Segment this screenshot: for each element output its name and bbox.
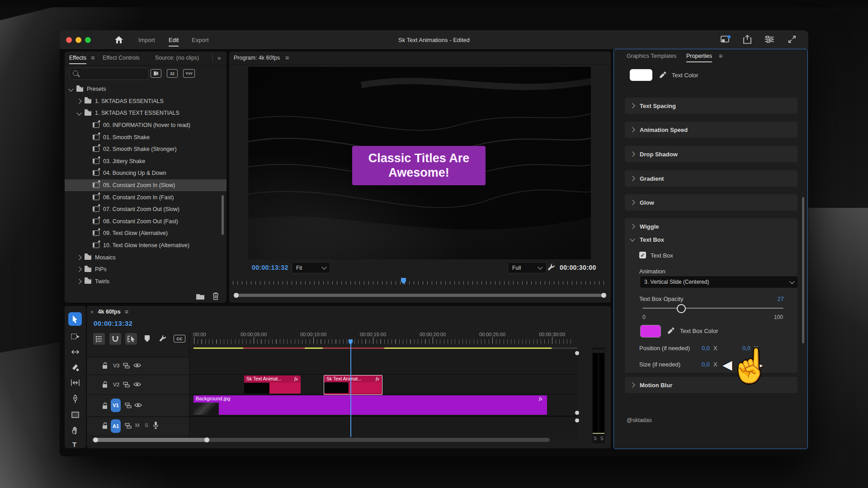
program-scrollbar[interactable]	[236, 294, 604, 297]
zoom-level-select[interactable]: Fit	[292, 262, 330, 273]
track-scroll-handle[interactable]	[575, 411, 579, 415]
opacity-slider-track[interactable]	[642, 308, 783, 309]
track-target-v1[interactable]: V1	[111, 399, 121, 412]
tree-item-text-glow-intense[interactable]: 10. Text Glow Intense (Alternative)	[65, 239, 226, 252]
timeline-display-settings-button[interactable]	[93, 333, 105, 345]
solo-left-label[interactable]: S	[594, 436, 597, 441]
text-color-swatch[interactable]	[630, 69, 652, 81]
section-glow[interactable]: Glow	[625, 194, 797, 211]
rectangle-tool[interactable]	[71, 411, 80, 419]
opacity-value[interactable]: 27	[774, 296, 784, 302]
animation-select[interactable]: 3. Vertical Slide (Centered)	[640, 276, 798, 288]
tree-item-constant-zoom-out-slow[interactable]: 07. Constant Zoom Out (Slow)	[65, 203, 226, 216]
toggle-track-output-eye-icon[interactable]	[133, 381, 141, 387]
tab-source[interactable]: Source: (no clips)	[155, 55, 199, 61]
track-lock-icon[interactable]	[102, 362, 108, 369]
timeline-hscroll-thumb[interactable]	[94, 438, 208, 442]
chevron-right-icon[interactable]	[76, 267, 81, 272]
solo-track-button[interactable]: S	[145, 422, 148, 428]
tree-item-constant-zoom-out-fast[interactable]: 08. Constant Zoom Out (Fast)	[65, 216, 226, 228]
tree-item-smooth-shake[interactable]: 01. Smooth Shake	[65, 131, 226, 143]
tree-item-presets[interactable]: Presets	[65, 83, 226, 95]
chevron-down-icon[interactable]	[76, 111, 81, 116]
panel-overflow-icon[interactable]: »	[217, 54, 221, 61]
track-scroll-handle[interactable]	[575, 351, 579, 355]
text-box-section-header[interactable]: Text Box	[625, 232, 797, 247]
timeline-settings-wrench-icon[interactable]	[158, 334, 167, 343]
selection-tool[interactable]	[68, 312, 82, 326]
track-lock-icon[interactable]	[102, 402, 108, 409]
section-motion-blur[interactable]: Motion Blur	[625, 377, 797, 393]
clip-background-jpg[interactable]: Background.jpg fx	[193, 395, 547, 415]
section-text-spacing[interactable]: Text Spacing	[625, 98, 797, 114]
type-tool[interactable]: T	[72, 441, 76, 448]
tab-properties[interactable]: Properties	[686, 53, 712, 62]
tree-item-jittery-shake[interactable]: 03. Jittery Shake	[65, 155, 226, 168]
workspaces-icon[interactable]	[764, 36, 774, 43]
share-icon[interactable]	[743, 34, 752, 44]
track-name-v3[interactable]: V3	[113, 363, 119, 368]
tab-graphics-templates[interactable]: Graphics Templates	[627, 53, 676, 59]
close-icon[interactable]: ×	[90, 309, 94, 315]
text-box-color-swatch[interactable]	[640, 325, 661, 338]
timeline-zoom-handle-right[interactable]	[204, 437, 209, 442]
effects-search-input[interactable]	[69, 68, 149, 80]
razor-tool[interactable]	[71, 363, 80, 372]
track-target-a1[interactable]: A1	[111, 419, 121, 433]
program-panel-menu-icon[interactable]: ≡	[285, 54, 289, 61]
playback-quality-select[interactable]: Full	[508, 262, 547, 273]
chevron-right-icon[interactable]	[76, 279, 81, 284]
chevron-right-icon[interactable]	[76, 99, 81, 103]
effects-scrollbar[interactable]	[222, 195, 224, 235]
tree-item-twirls[interactable]: Twirls	[65, 276, 226, 288]
pen-tool[interactable]	[71, 394, 80, 404]
add-marker-button[interactable]	[144, 335, 151, 343]
tree-item-pips[interactable]: PiPs	[65, 263, 226, 276]
hand-tool[interactable]	[71, 426, 80, 435]
new-bin-icon[interactable]	[196, 293, 205, 300]
playhead-line[interactable]	[350, 339, 351, 437]
tree-item-text-glow[interactable]: 09. Text Glow (Alernative)	[65, 227, 226, 239]
eyedropper-icon[interactable]	[667, 327, 675, 334]
tree-item-smooth-shake-stronger[interactable]: 02. Smooth Shake (Stronger)	[65, 143, 226, 155]
source-patch-icon[interactable]	[125, 402, 132, 408]
mute-track-button[interactable]: M	[135, 422, 140, 428]
track-lock-icon[interactable]	[102, 422, 108, 429]
track-name-v2[interactable]: V2	[113, 382, 119, 387]
bit-depth-filter-icon[interactable]: 32	[167, 69, 178, 78]
track-select-forward-tool[interactable]	[71, 332, 80, 341]
tree-item-constant-zoom-in-slow[interactable]: 05. Constant Zoom In (Slow)	[65, 179, 226, 192]
chevron-right-icon[interactable]	[76, 255, 81, 260]
timeline-zoom-handle-left[interactable]	[93, 437, 98, 442]
solo-right-label[interactable]: S	[600, 436, 604, 441]
accelerated-effects-filter-icon[interactable]	[151, 69, 161, 78]
slip-tool[interactable]	[71, 378, 80, 387]
eyedropper-icon[interactable]	[659, 71, 667, 79]
ripple-edit-tool[interactable]	[71, 347, 80, 357]
section-gradient[interactable]: Gradient	[625, 170, 797, 187]
clip-sk-text-animation-1[interactable]: Sk Text Animat... fx	[244, 375, 301, 394]
properties-scrollbar[interactable]	[802, 197, 804, 343]
yuv-filter-icon[interactable]: YUV	[183, 69, 195, 78]
tree-item-bouncing[interactable]: 04. Bouncing Up & Down	[65, 167, 226, 179]
tab-effect-controls[interactable]: Effect Controls	[103, 55, 140, 61]
program-settings-wrench-icon[interactable]	[547, 263, 556, 272]
tree-item-information[interactable]: 00. INFORMATION (hover to read)	[65, 119, 226, 131]
toggle-track-output-eye-icon[interactable]	[133, 362, 141, 368]
voiceover-mic-icon[interactable]	[153, 421, 159, 429]
program-title[interactable]: Program: 4k 60fps	[234, 55, 280, 61]
timeline-current-timecode[interactable]: 00:00:13:32	[94, 319, 132, 327]
section-animation-speed[interactable]: Animation Speed	[625, 122, 797, 138]
clip-sk-text-animation-2-selected[interactable]: Sk Text Animat... fx	[324, 375, 382, 395]
delete-icon[interactable]	[212, 292, 219, 300]
chevron-down-icon[interactable]	[68, 87, 73, 92]
timeline-ruler[interactable]: :00:00 00:00:05:00 00:00:10:00 00:00:15:…	[189, 331, 578, 347]
tree-item-sktadas-essentials[interactable]: 1. SKTADAS ESSENTIALS	[65, 95, 226, 108]
position-x-value[interactable]: 0,0	[702, 345, 710, 352]
captions-button[interactable]: CC	[174, 335, 185, 343]
tree-item-mosaics[interactable]: Mosaics	[65, 251, 226, 263]
snap-magnet-button[interactable]	[109, 333, 121, 345]
text-box-checkbox[interactable]: ✓	[639, 252, 646, 258]
linked-selection-button[interactable]	[125, 333, 137, 345]
quick-export-icon[interactable]	[721, 35, 731, 43]
